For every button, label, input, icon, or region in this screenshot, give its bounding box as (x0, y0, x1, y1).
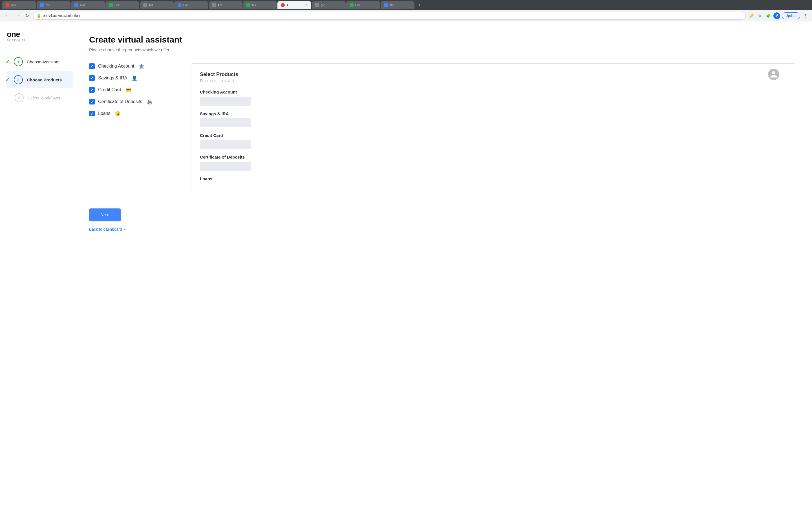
checkbox-savings[interactable]: ✓ (89, 75, 95, 81)
content-row: ✓ Checking Account 🏦 ✓ Savings & IRA 👤 (89, 63, 796, 195)
browser-chrome: Inbc mor mor One Act Cor Act Mo (0, 0, 812, 10)
logo-text: one (7, 31, 66, 38)
back-label: Back to dashboard (89, 227, 122, 231)
step-number-2: 2 (17, 78, 19, 82)
product-item-credit: ✓ Credit Card 💳 (89, 87, 179, 93)
product-icon-certificates: 🖨️ (147, 99, 153, 105)
panel-input-savings[interactable] (200, 118, 251, 127)
reload-button[interactable]: ↻ (24, 12, 31, 19)
forward-nav-button[interactable]: → (13, 12, 21, 19)
panel-input-credit[interactable] (200, 140, 251, 149)
bookmark-icon[interactable]: ☆ (756, 12, 763, 19)
step-item-select-workflows[interactable]: 3 Select Workflows (6, 89, 73, 106)
panel-group-checking: Checking Account (200, 90, 787, 106)
browser-tab[interactable]: gre (312, 1, 346, 9)
browser-tab[interactable]: Inbc (2, 1, 36, 9)
page-title: Create virtual assistant (89, 35, 796, 45)
checkbox-loans[interactable]: ✓ (89, 111, 95, 116)
panel-input-certificates[interactable] (200, 162, 251, 171)
product-icon-credit: 💳 (126, 87, 132, 93)
step-circle-2: 2 (14, 75, 23, 84)
product-item-certificates: ✓ Certificate of Deposits 🖨️ (89, 99, 179, 105)
select-panel-title: Select Products (200, 71, 787, 77)
product-item-savings: ✓ Savings & IRA 👤 (89, 75, 179, 81)
browser-tab[interactable]: Act (140, 1, 174, 9)
checkbox-credit[interactable]: ✓ (89, 87, 95, 93)
product-item-loans: ✓ Loans 🙂 (89, 111, 179, 116)
update-button[interactable]: Update (782, 12, 800, 19)
browser-tab[interactable]: One (105, 1, 139, 9)
select-products-panel: Select Products Press enter to save it C… (191, 63, 796, 195)
product-name-loans: Loans (98, 111, 110, 116)
product-icon-savings: 👤 (132, 75, 137, 81)
url-text: onev4.active.ai/selection (43, 14, 742, 18)
step-number-3: 3 (18, 96, 20, 100)
new-tab-button[interactable]: + (416, 2, 423, 8)
browser-tab[interactable]: mor (71, 1, 105, 9)
select-panel-hint: Press enter to save it (200, 78, 787, 83)
sidebar: one ACTIVE.AI ✓ 1 Choose Assistant ✓ 2 C… (0, 21, 73, 507)
step-number-1: 1 (17, 59, 19, 64)
back-nav-button[interactable]: ← (3, 12, 11, 19)
extension-icon[interactable]: 🧩 (765, 12, 772, 19)
page-subtitle: Please choose the products which we offe… (89, 47, 796, 52)
key-icon[interactable]: 🔑 (748, 12, 755, 19)
sidebar-logo: one ACTIVE.AI (0, 31, 73, 53)
products-list: ✓ Checking Account 🏦 ✓ Savings & IRA 👤 (89, 63, 179, 122)
panel-group-certificates: Certificate of Deposits (200, 155, 787, 171)
panel-input-checking[interactable] (200, 97, 251, 106)
menu-icon[interactable]: ⋮ (802, 12, 809, 19)
browser-tab[interactable]: mor (37, 1, 70, 9)
avatar (768, 69, 779, 80)
product-icon-checking: 🏦 (139, 64, 144, 69)
step-check-icon-2: ✓ (6, 77, 9, 82)
browser-tab[interactable]: Cor (174, 1, 208, 9)
address-bar[interactable]: 🔒 onev4.active.ai/selection (33, 12, 746, 20)
main-content: Create virtual assistant Please choose t… (73, 21, 812, 507)
panel-group-savings: Savings & IRA (200, 111, 787, 127)
product-item-checking: ✓ Checking Account 🏦 (89, 63, 179, 69)
step-circle-3: 3 (15, 93, 24, 102)
panel-product-name-loans: Loans (200, 176, 787, 181)
product-name-checking: Checking Account (98, 64, 134, 69)
step-check-icon: ✓ (6, 59, 9, 64)
address-bar-row: ← → ↻ 🔒 onev4.active.ai/selection 🔑 ☆ 🧩 … (0, 10, 812, 21)
panel-product-name-certificates: Certificate of Deposits (200, 155, 787, 159)
panel-group-credit: Credit Card (200, 133, 787, 149)
back-to-dashboard-link[interactable]: Back to dashboard › (89, 227, 125, 231)
browser-tab[interactable]: Mor (380, 1, 414, 9)
product-name-certificates: Certificate of Deposits (98, 99, 142, 104)
step-label-3: Select Workflows (28, 96, 60, 100)
header-area: Create virtual assistant Please choose t… (89, 35, 796, 52)
panel-group-loans: Loans (200, 176, 787, 181)
browser-tab[interactable]: Act (209, 1, 243, 9)
step-list: ✓ 1 Choose Assistant ✓ 2 Choose Products… (0, 53, 73, 106)
step-item-choose-products[interactable]: ✓ 2 Choose Products (6, 71, 73, 88)
checkbox-certificates[interactable]: ✓ (89, 99, 95, 105)
active-browser-tab[interactable]: A ✕ (277, 1, 311, 9)
app-layout: one ACTIVE.AI ✓ 1 Choose Assistant ✓ 2 C… (0, 21, 812, 507)
tab-close-icon[interactable]: ✕ (305, 3, 308, 7)
product-name-credit: Credit Card (98, 87, 121, 93)
product-icon-loans: 🙂 (115, 111, 121, 116)
step-label-1: Choose Assistant (27, 59, 59, 64)
chevron-right-icon: › (124, 227, 125, 231)
step-label-2: Choose Products (27, 77, 62, 82)
next-button[interactable]: Next (89, 209, 121, 221)
panel-product-name-credit: Credit Card (200, 133, 787, 138)
logo-sub: ACTIVE.AI (7, 39, 66, 42)
product-name-savings: Savings & IRA (98, 75, 127, 80)
checkbox-checking[interactable]: ✓ (89, 63, 95, 69)
panel-product-name-checking: Checking Account (200, 90, 787, 94)
panel-product-name-savings: Savings & IRA (200, 111, 787, 116)
step-item-choose-assistant[interactable]: ✓ 1 Choose Assistant (6, 53, 73, 70)
browser-tab[interactable]: One (346, 1, 380, 9)
toolbar-icons: 🔑 ☆ 🧩 V Update ⋮ (748, 12, 809, 19)
account-icon[interactable]: V (773, 12, 780, 19)
bottom-actions: Next Back to dashboard › (89, 209, 796, 232)
step-circle-1: 1 (14, 57, 23, 66)
browser-tab[interactable]: Mo (243, 1, 277, 9)
